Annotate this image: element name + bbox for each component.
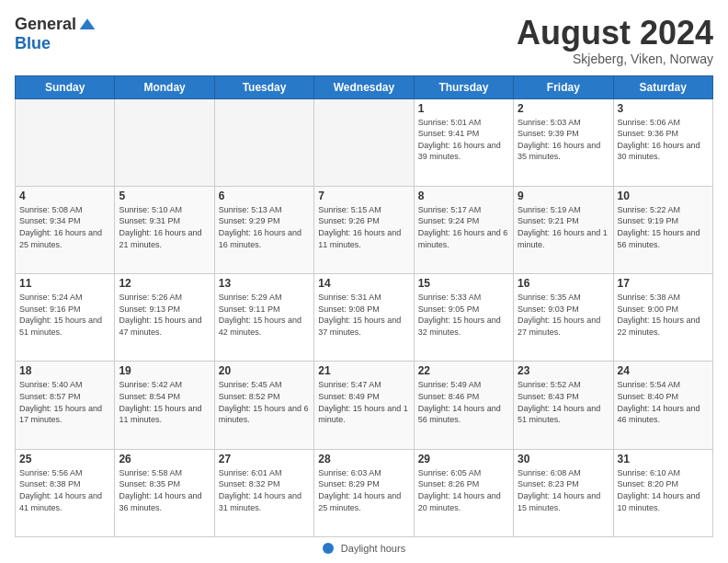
footer-label: Daylight hours [341,543,405,554]
calendar-cell: 14Sunrise: 5:31 AMSunset: 9:08 PMDayligh… [314,274,414,362]
day-number: 9 [518,190,609,202]
day-number: 3 [618,102,709,115]
day-info: Sunrise: 5:52 AMSunset: 8:43 PMDaylight:… [518,379,609,425]
calendar-cell: 28Sunrise: 6:03 AMSunset: 8:29 PMDayligh… [314,449,414,536]
calendar-cell: 31Sunrise: 6:10 AMSunset: 8:20 PMDayligh… [613,449,712,536]
logo-icon [78,16,97,34]
day-number: 15 [418,277,509,290]
day-header-tuesday: Tuesday [214,75,313,98]
calendar-cell: 3Sunrise: 5:06 AMSunset: 9:36 PMDaylight… [613,98,712,186]
calendar-cell: 22Sunrise: 5:49 AMSunset: 8:46 PMDayligh… [414,362,513,449]
day-number: 6 [219,190,310,202]
calendar-cell: 1Sunrise: 5:01 AMSunset: 9:41 PMDaylight… [414,98,513,186]
day-info: Sunrise: 5:58 AMSunset: 8:35 PMDaylight:… [119,467,210,513]
calendar-cell [115,98,214,186]
calendar-cell: 9Sunrise: 5:19 AMSunset: 9:21 PMDaylight… [514,186,613,273]
day-number: 20 [219,364,310,377]
day-info: Sunrise: 5:08 AMSunset: 9:34 PMDaylight:… [19,204,110,250]
week-row-4: 18Sunrise: 5:40 AMSunset: 8:57 PMDayligh… [16,362,713,449]
calendar-cell [16,98,115,186]
day-info: Sunrise: 6:01 AMSunset: 8:32 PMDaylight:… [219,467,310,513]
day-number: 25 [19,453,110,465]
day-number: 1 [418,102,509,115]
day-info: Sunrise: 6:10 AMSunset: 8:20 PMDaylight:… [618,467,709,513]
calendar-cell: 5Sunrise: 5:10 AMSunset: 9:31 PMDaylight… [115,186,214,273]
calendar: SundayMondayTuesdayWednesdayThursdayFrid… [15,75,713,537]
calendar-cell: 11Sunrise: 5:24 AMSunset: 9:16 PMDayligh… [16,274,115,362]
week-row-3: 11Sunrise: 5:24 AMSunset: 9:16 PMDayligh… [16,274,713,362]
day-number: 30 [518,453,609,465]
month-year: August 2024 [517,15,713,52]
day-header-saturday: Saturday [613,75,712,98]
calendar-cell: 18Sunrise: 5:40 AMSunset: 8:57 PMDayligh… [16,362,115,449]
day-info: Sunrise: 6:08 AMSunset: 8:23 PMDaylight:… [518,467,609,513]
calendar-cell: 16Sunrise: 5:35 AMSunset: 9:03 PMDayligh… [514,274,613,362]
day-number: 21 [318,364,409,377]
day-info: Sunrise: 5:38 AMSunset: 9:00 PMDaylight:… [618,292,709,338]
day-info: Sunrise: 5:13 AMSunset: 9:29 PMDaylight:… [219,204,310,250]
header: General Blue August 2024 Skjeberg, Viken… [15,15,713,66]
calendar-cell: 15Sunrise: 5:33 AMSunset: 9:05 PMDayligh… [414,274,513,362]
logo-text: General [15,15,97,34]
day-info: Sunrise: 5:47 AMSunset: 8:49 PMDaylight:… [318,379,409,425]
title-area: August 2024 Skjeberg, Viken, Norway [517,15,713,66]
calendar-cell: 20Sunrise: 5:45 AMSunset: 8:52 PMDayligh… [214,362,313,449]
calendar-cell: 21Sunrise: 5:47 AMSunset: 8:49 PMDayligh… [314,362,414,449]
week-row-2: 4Sunrise: 5:08 AMSunset: 9:34 PMDaylight… [16,186,713,273]
day-number: 13 [219,277,310,290]
day-info: Sunrise: 5:10 AMSunset: 9:31 PMDaylight:… [119,204,210,250]
day-number: 12 [119,277,210,290]
day-header-sunday: Sunday [16,75,115,98]
logo-general: General [15,15,76,34]
calendar-cell: 8Sunrise: 5:17 AMSunset: 9:24 PMDaylight… [414,186,513,273]
day-headers: SundayMondayTuesdayWednesdayThursdayFrid… [16,75,713,98]
day-number: 23 [518,364,609,377]
day-info: Sunrise: 5:49 AMSunset: 8:46 PMDaylight:… [418,379,509,425]
day-info: Sunrise: 5:54 AMSunset: 8:40 PMDaylight:… [618,379,709,425]
calendar-cell: 25Sunrise: 5:56 AMSunset: 8:38 PMDayligh… [16,449,115,536]
calendar-cell: 10Sunrise: 5:22 AMSunset: 9:19 PMDayligh… [613,186,712,273]
day-info: Sunrise: 5:45 AMSunset: 8:52 PMDaylight:… [219,379,310,425]
day-number: 16 [518,277,609,290]
day-info: Sunrise: 5:17 AMSunset: 9:24 PMDaylight:… [418,204,509,250]
day-number: 17 [618,277,709,290]
calendar-cell: 26Sunrise: 5:58 AMSunset: 8:35 PMDayligh… [115,449,214,536]
day-info: Sunrise: 5:29 AMSunset: 9:11 PMDaylight:… [219,292,310,338]
logo-blue: Blue [15,34,51,53]
calendar-cell: 17Sunrise: 5:38 AMSunset: 9:00 PMDayligh… [613,274,712,362]
calendar-cell: 2Sunrise: 5:03 AMSunset: 9:39 PMDaylight… [514,98,613,186]
day-info: Sunrise: 5:15 AMSunset: 9:26 PMDaylight:… [318,204,409,250]
day-info: Sunrise: 5:24 AMSunset: 9:16 PMDaylight:… [19,292,110,338]
day-number: 5 [119,190,210,202]
day-header-thursday: Thursday [414,75,513,98]
day-number: 26 [119,453,210,465]
day-number: 22 [418,364,509,377]
day-info: Sunrise: 5:56 AMSunset: 8:38 PMDaylight:… [19,467,110,513]
day-info: Sunrise: 5:19 AMSunset: 9:21 PMDaylight:… [518,204,609,250]
day-number: 10 [618,190,709,202]
day-number: 28 [318,453,409,465]
day-info: Sunrise: 5:31 AMSunset: 9:08 PMDaylight:… [318,292,409,338]
location: Skjeberg, Viken, Norway [517,52,713,66]
calendar-cell: 13Sunrise: 5:29 AMSunset: 9:11 PMDayligh… [214,274,313,362]
calendar-cell: 29Sunrise: 6:05 AMSunset: 8:26 PMDayligh… [414,449,513,536]
footer-dot [323,543,334,554]
day-number: 19 [119,364,210,377]
calendar-cell: 6Sunrise: 5:13 AMSunset: 9:29 PMDaylight… [214,186,313,273]
calendar-cell: 27Sunrise: 6:01 AMSunset: 8:32 PMDayligh… [214,449,313,536]
calendar-cell [314,98,414,186]
day-info: Sunrise: 5:06 AMSunset: 9:36 PMDaylight:… [618,117,709,163]
day-number: 8 [418,190,509,202]
day-number: 27 [219,453,310,465]
calendar-cell: 23Sunrise: 5:52 AMSunset: 8:43 PMDayligh… [514,362,613,449]
day-info: Sunrise: 5:03 AMSunset: 9:39 PMDaylight:… [518,117,609,163]
day-info: Sunrise: 5:22 AMSunset: 9:19 PMDaylight:… [618,204,709,250]
calendar-cell: 4Sunrise: 5:08 AMSunset: 9:34 PMDaylight… [16,186,115,273]
calendar-cell: 30Sunrise: 6:08 AMSunset: 8:23 PMDayligh… [514,449,613,536]
day-info: Sunrise: 6:03 AMSunset: 8:29 PMDaylight:… [318,467,409,513]
calendar-cell: 24Sunrise: 5:54 AMSunset: 8:40 PMDayligh… [613,362,712,449]
day-info: Sunrise: 5:33 AMSunset: 9:05 PMDaylight:… [418,292,509,338]
day-number: 18 [19,364,110,377]
week-row-5: 25Sunrise: 5:56 AMSunset: 8:38 PMDayligh… [16,449,713,536]
day-number: 4 [19,190,110,202]
